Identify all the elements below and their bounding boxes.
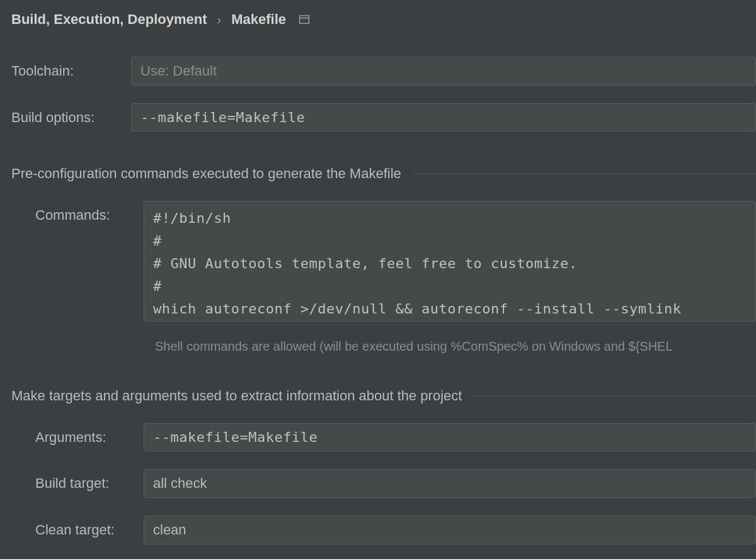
arguments-label: Arguments: <box>35 429 144 446</box>
commands-textarea[interactable]: #!/bin/sh # # GNU Autotools template, fe… <box>144 201 756 322</box>
arguments-input[interactable]: --makefile=Makefile <box>144 423 756 451</box>
arguments-row: Arguments: --makefile=Makefile <box>11 423 756 451</box>
build-options-row: Build options: --makefile=Makefile <box>11 103 756 132</box>
build-target-label: Build target: <box>35 475 144 492</box>
commands-hint: Shell commands are allowed (will be exec… <box>155 339 756 354</box>
breadcrumb: Build, Execution, Deployment › Makefile <box>11 11 756 28</box>
clean-target-label: Clean target: <box>35 522 144 538</box>
breadcrumb-parent[interactable]: Build, Execution, Deployment <box>11 11 207 28</box>
toolchain-select[interactable]: Use: Default <box>131 57 756 86</box>
svg-rect-0 <box>300 16 309 23</box>
build-target-input[interactable]: all check <box>144 469 756 498</box>
targets-section-title: Make targets and arguments used to extra… <box>11 388 462 404</box>
breadcrumb-separator: › <box>217 13 221 27</box>
section-divider <box>473 396 756 397</box>
commands-row: Commands: #!/bin/sh # # GNU Autotools te… <box>11 201 756 322</box>
preconfig-section-title: Pre-configuration commands executed to g… <box>11 166 401 182</box>
section-divider <box>413 174 756 174</box>
commands-label: Commands: <box>35 201 144 223</box>
clean-target-row: Clean target: clean <box>11 516 756 545</box>
toolchain-label: Toolchain: <box>11 63 131 79</box>
breadcrumb-current: Makefile <box>231 11 286 28</box>
build-target-row: Build target: all check <box>11 469 756 498</box>
targets-section-header: Make targets and arguments used to extra… <box>11 388 756 404</box>
window-icon[interactable] <box>299 14 310 25</box>
toolchain-row: Toolchain: Use: Default <box>11 57 756 86</box>
build-options-input[interactable]: --makefile=Makefile <box>131 103 756 132</box>
clean-target-input[interactable]: clean <box>144 516 756 545</box>
preconfig-section-header: Pre-configuration commands executed to g… <box>11 166 756 182</box>
build-options-label: Build options: <box>11 110 131 126</box>
